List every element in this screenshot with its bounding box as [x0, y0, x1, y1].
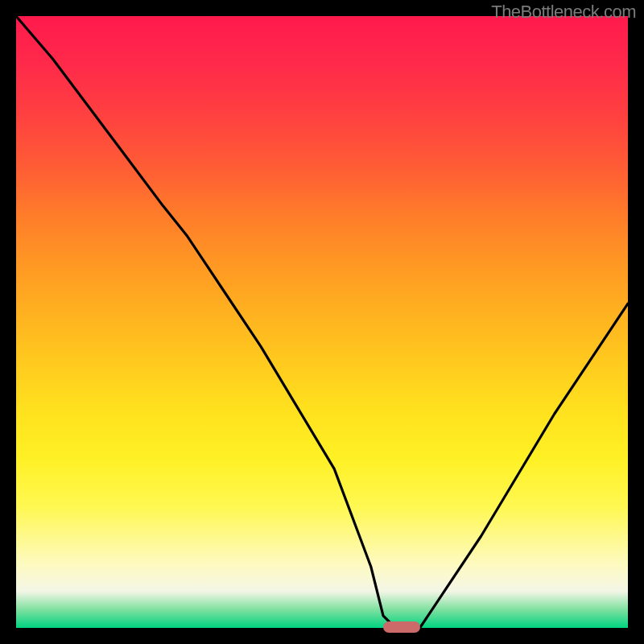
- attribution-text: TheBottleneck.com: [491, 2, 636, 23]
- bottleneck-curve: [16, 16, 628, 628]
- plot-area: [16, 16, 628, 628]
- chart-frame: TheBottleneck.com: [0, 0, 644, 644]
- optimal-marker: [383, 621, 420, 633]
